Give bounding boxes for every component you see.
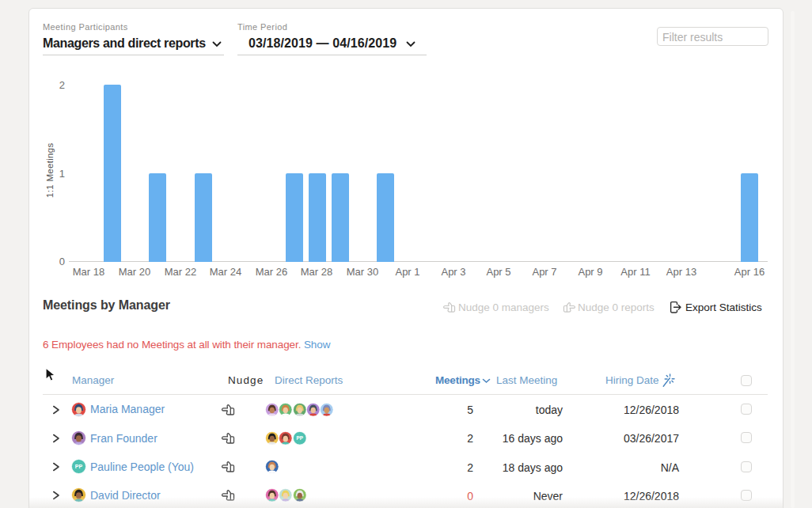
svg-text:PP: PP: [75, 464, 83, 469]
svg-text:PP: PP: [296, 435, 303, 441]
